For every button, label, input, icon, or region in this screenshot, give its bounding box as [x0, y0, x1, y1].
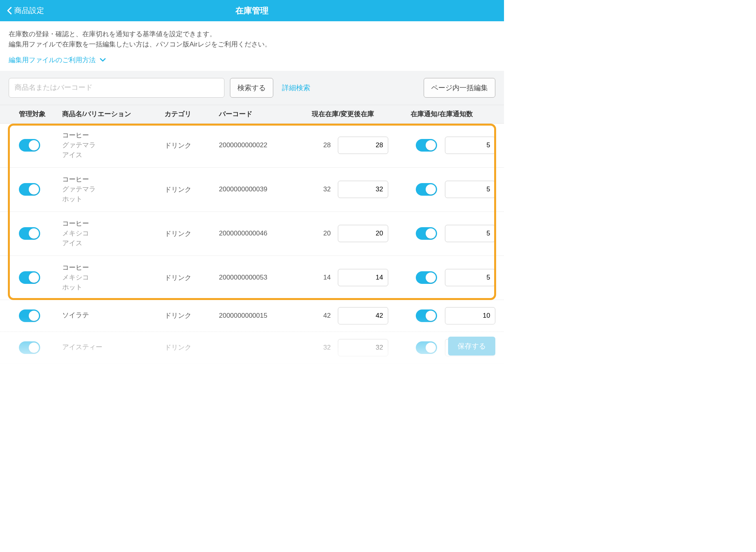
stock-current: 32	[315, 185, 331, 193]
product-variation-1: メキシコ	[62, 273, 165, 283]
product-name: コーヒー	[62, 131, 165, 141]
barcode-cell: 2000000000039	[219, 185, 298, 193]
manage-toggle[interactable]	[19, 309, 40, 322]
table-row: コーヒー グァテマラ アイス ドリンク 2000000000022 28	[0, 124, 504, 168]
notify-count-input[interactable]	[445, 181, 495, 198]
intro-line-1: 在庫数の登録・確認と、在庫切れを通知する基準値を設定できます。	[9, 29, 495, 39]
barcode-cell: 2000000000053	[219, 274, 298, 282]
stock-new-input[interactable]	[338, 137, 388, 154]
chevron-left-icon	[7, 7, 12, 15]
table-header: 管理対象 商品名/バリエーション カテゴリ バーコード 現在在庫/変更後在庫 在…	[0, 105, 504, 124]
stock-current: 14	[315, 274, 331, 282]
category-cell: ドリンク	[165, 311, 219, 320]
table-row: ソイラテ ドリンク 2000000000015 42	[0, 300, 504, 332]
product-name-block: コーヒー グァテマラ ホット	[62, 175, 165, 204]
intro-section: 在庫数の登録・確認と、在庫切れを通知する基準値を設定できます。 編集用ファイルで…	[0, 21, 504, 71]
product-name: コーヒー	[62, 219, 165, 229]
back-label: 商品設定	[14, 6, 44, 16]
back-button[interactable]: 商品設定	[0, 0, 51, 21]
manage-toggle[interactable]	[19, 227, 40, 240]
search-bar: 検索する 詳細検索 ページ内一括編集	[0, 71, 504, 105]
page-title: 在庫管理	[235, 5, 269, 16]
notify-toggle[interactable]	[416, 271, 437, 284]
manage-toggle[interactable]	[19, 183, 40, 196]
category-cell: ドリンク	[165, 185, 219, 194]
notify-toggle[interactable]	[416, 309, 437, 322]
notify-toggle[interactable]	[416, 139, 437, 152]
product-variation-1: グァテマラ	[62, 185, 165, 194]
app-header: 商品設定 在庫管理	[0, 0, 504, 21]
barcode-cell: 2000000000046	[219, 230, 298, 237]
table-row: コーヒー メキシコ ホット ドリンク 2000000000053 14	[0, 256, 504, 300]
col-category: カテゴリ	[165, 109, 219, 119]
col-stock: 現在在庫/変更後在庫	[298, 109, 388, 119]
bulk-edit-button[interactable]: ページ内一括編集	[424, 78, 495, 98]
search-button[interactable]: 検索する	[230, 78, 273, 98]
product-name-block: アイスティー	[62, 343, 165, 352]
chevron-down-icon	[100, 58, 106, 62]
category-cell: ドリンク	[165, 141, 219, 150]
product-name-block: ソイラテ	[62, 311, 165, 320]
notify-toggle[interactable]	[416, 341, 437, 354]
product-variation-1: メキシコ	[62, 229, 165, 239]
manage-toggle[interactable]	[19, 139, 40, 152]
category-cell: ドリンク	[165, 273, 219, 282]
product-name-block: コーヒー メキシコ アイス	[62, 219, 165, 248]
table-body: コーヒー グァテマラ アイス ドリンク 2000000000022 28 コーヒ…	[0, 124, 504, 364]
intro-line-2: 編集用ファイルで在庫数を一括編集したい方は、パソコン版Airレジをご利用ください…	[9, 39, 495, 50]
stock-new-input[interactable]	[338, 307, 388, 324]
stock-new-input[interactable]	[338, 225, 388, 242]
notify-count-input[interactable]	[445, 307, 495, 324]
product-name: ソイラテ	[62, 311, 165, 320]
product-variation-2: アイス	[62, 150, 165, 160]
stock-new-input[interactable]	[338, 269, 388, 286]
barcode-cell: 2000000000015	[219, 312, 298, 320]
stock-current: 32	[315, 344, 331, 352]
notify-toggle[interactable]	[416, 183, 437, 196]
manage-toggle[interactable]	[19, 341, 40, 354]
col-notify: 在庫通知/在庫通知数	[388, 109, 495, 119]
advanced-search-link[interactable]: 詳細検索	[282, 83, 310, 93]
product-variation-1: グァテマラ	[62, 141, 165, 150]
table-row: コーヒー メキシコ アイス ドリンク 2000000000046 20	[0, 212, 504, 256]
notify-count-input[interactable]	[445, 269, 495, 286]
product-name: コーヒー	[62, 175, 165, 185]
stock-current: 28	[315, 141, 331, 149]
table-row: アイスティー ドリンク 32	[0, 332, 504, 364]
product-name: コーヒー	[62, 263, 165, 273]
product-name-block: コーヒー グァテマラ アイス	[62, 131, 165, 160]
stock-new-input[interactable]	[338, 339, 388, 356]
notify-count-input[interactable]	[445, 225, 495, 242]
col-manage: 管理対象	[19, 109, 62, 119]
notify-toggle[interactable]	[416, 227, 437, 240]
product-variation-2: アイス	[62, 239, 165, 248]
col-name: 商品名/バリエーション	[62, 109, 165, 119]
product-name: アイスティー	[62, 343, 165, 352]
save-button[interactable]: 保存する	[448, 337, 495, 356]
stock-current: 20	[315, 230, 331, 237]
search-input[interactable]	[9, 78, 224, 98]
stock-new-input[interactable]	[338, 181, 388, 198]
category-cell: ドリンク	[165, 229, 219, 238]
barcode-cell: 2000000000022	[219, 141, 298, 149]
help-link[interactable]: 編集用ファイルのご利用方法	[9, 56, 106, 65]
product-name-block: コーヒー メキシコ ホット	[62, 263, 165, 292]
notify-count-input[interactable]	[445, 137, 495, 154]
manage-toggle[interactable]	[19, 271, 40, 284]
stock-current: 42	[315, 312, 331, 320]
product-variation-2: ホット	[62, 194, 165, 204]
table-row: コーヒー グァテマラ ホット ドリンク 2000000000039 32	[0, 168, 504, 212]
category-cell: ドリンク	[165, 343, 219, 352]
col-barcode: バーコード	[219, 109, 298, 119]
help-link-label: 編集用ファイルのご利用方法	[9, 56, 96, 65]
product-variation-2: ホット	[62, 283, 165, 293]
